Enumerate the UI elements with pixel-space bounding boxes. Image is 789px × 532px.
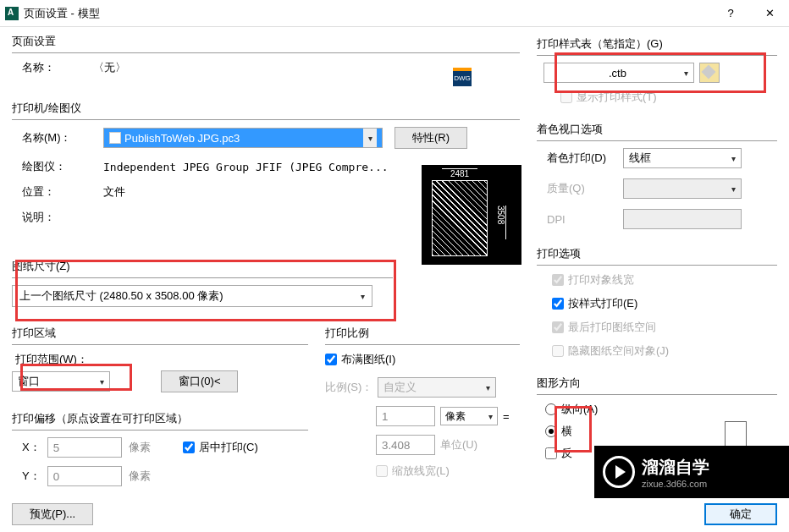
shade-print-value: 线框 xyxy=(629,151,651,166)
opt-style-input[interactable] xyxy=(552,298,564,310)
scale-label: 比例(S)： xyxy=(325,380,372,395)
window-pick-button[interactable]: 窗口(0)< xyxy=(161,370,238,392)
chevron-down-icon: ▾ xyxy=(363,129,377,147)
chevron-down-icon: ▾ xyxy=(684,69,688,78)
footer: 预览(P)... 确定 xyxy=(12,503,777,525)
location-label: 位置： xyxy=(22,184,103,200)
divider xyxy=(12,52,520,53)
center-print-check-input[interactable] xyxy=(183,442,195,453)
preview-hatch xyxy=(432,180,488,256)
titlebar-buttons: ? ✕ xyxy=(711,0,789,27)
landscape-label: 横 xyxy=(561,424,572,439)
offset-title: 打印偏移（原点设置在可打印区域） xyxy=(12,411,308,426)
page-setup-name-row: 名称： 〈无〉 xyxy=(12,60,520,75)
content: 页面设置 名称： 〈无〉 DWG 打印机/绘图仪 名称(M)： PublishT… xyxy=(0,27,789,492)
scale-num-input xyxy=(376,406,435,426)
opt-lineweight-label: 打印对象线宽 xyxy=(568,272,634,288)
opt-style-checkbox[interactable]: 按样式打印(E) xyxy=(537,296,777,311)
dpi-input xyxy=(623,209,742,229)
ctb-combo[interactable]: .ctb ▾ xyxy=(543,63,694,83)
scale-denom-row: 单位(U) xyxy=(325,435,520,455)
divider xyxy=(537,394,777,395)
properties-button[interactable]: 特性(R) xyxy=(394,127,467,149)
paper-size-value: 上一个图纸尺寸 (2480.50 x 3508.00 像素) xyxy=(19,288,223,304)
plotter-label: 绘图仪： xyxy=(22,159,103,174)
print-options-title: 打印选项 xyxy=(537,246,777,261)
location-value: 文件 xyxy=(103,184,125,200)
fit-paper-checkbox[interactable]: 布满图纸(I) xyxy=(325,352,520,367)
ctb-row: .ctb ▾ xyxy=(543,63,777,83)
preview-button[interactable]: 预览(P)... xyxy=(12,503,93,525)
orientation-title: 图形方向 xyxy=(537,376,777,391)
left-column: 页面设置 名称： 〈无〉 DWG 打印机/绘图仪 名称(M)： PublishT… xyxy=(12,34,520,492)
opt-lineweight-input xyxy=(552,274,564,286)
printer-name-combo[interactable]: PublishToWeb JPG.pc3 ▾ xyxy=(103,128,383,148)
opt-last-checkbox: 最后打印图纸空间 xyxy=(537,320,777,335)
fit-paper-label: 布满图纸(I) xyxy=(341,352,395,367)
mid-columns: 打印区域 打印范围(W)： 窗口 ▾ 窗口(0)< 打印偏移（原点设置在可打印区… xyxy=(12,326,520,486)
play-icon xyxy=(603,456,635,488)
radio-icon xyxy=(545,403,557,415)
divider xyxy=(537,140,777,141)
px-unit-combo[interactable]: 像素 ▾ xyxy=(440,407,498,425)
opt-hide-input xyxy=(552,345,564,357)
right-column: 打印样式表（笔指定）(G) .ctb ▾ 显示打印样式(T) 着色视口选项 着色… xyxy=(537,34,777,492)
scale-lineweight-checkbox: 缩放线宽(L) xyxy=(325,463,520,479)
quality-label: 质量(Q) xyxy=(547,181,616,196)
offset-y-label: Y： xyxy=(22,469,41,484)
divider xyxy=(12,344,308,345)
center-print-checkbox[interactable]: 居中打印(C) xyxy=(183,440,258,455)
divider xyxy=(12,430,308,431)
portrait-label: 纵向(A) xyxy=(561,402,598,417)
offset-x-label: X： xyxy=(22,440,41,455)
print-area-col: 打印区域 打印范围(W)： 窗口 ▾ 窗口(0)< 打印偏移（原点设置在可打印区… xyxy=(12,326,308,486)
ctb-value: .ctb xyxy=(609,67,626,80)
dpi-label: DPI xyxy=(547,213,616,226)
printer-name-value: PublishToWeb JPG.pc3 xyxy=(124,132,240,145)
dwg-icon: DWG xyxy=(453,68,472,86)
unit-label: 单位(U) xyxy=(440,437,477,452)
close-button[interactable]: ✕ xyxy=(750,0,789,27)
help-button[interactable]: ? xyxy=(711,0,750,27)
display-styles-checkbox: 显示打印样式(T) xyxy=(560,90,777,105)
style-table-title: 打印样式表（笔指定）(G) xyxy=(537,36,777,52)
reverse-label: 反 xyxy=(561,446,572,461)
chevron-down-icon: ▾ xyxy=(731,154,736,163)
printer-title: 打印机/绘图仪 xyxy=(12,101,520,116)
page-setup-title: 页面设置 xyxy=(12,34,520,49)
scale-lineweight-label: 缩放线宽(L) xyxy=(392,463,450,479)
center-print-label: 居中打印(C) xyxy=(199,440,258,455)
opt-last-input xyxy=(552,321,564,333)
orientation-icon xyxy=(725,421,747,448)
scale-combo: 自定义 ▾ xyxy=(378,377,496,398)
opt-style-label: 按样式打印(E) xyxy=(568,296,637,311)
scale-lineweight-input xyxy=(376,465,388,477)
print-range-combo[interactable]: 窗口 ▾ xyxy=(12,371,110,392)
offset-x-unit: 像素 xyxy=(129,440,151,455)
printer-name-label: 名称(M)： xyxy=(22,130,103,145)
portrait-radio[interactable]: 纵向(A) xyxy=(537,402,777,417)
watermark-text: 溜溜自学 zixue.3d66.com xyxy=(642,456,709,489)
shade-print-label: 着色打印(D) xyxy=(547,151,616,166)
print-scale-col: 打印比例 布满图纸(I) 比例(S)： 自定义 ▾ 像素 xyxy=(325,326,520,486)
scale-value: 自定义 xyxy=(383,380,417,395)
preview-height: 3508 xyxy=(496,206,506,239)
divider xyxy=(12,277,393,278)
offset-y-input xyxy=(47,466,122,486)
scale-num-row: 像素 ▾ = xyxy=(325,406,520,426)
reverse-input[interactable] xyxy=(545,447,557,459)
divider xyxy=(537,265,777,266)
shade-title: 着色视口选项 xyxy=(537,122,777,137)
paper-size-combo[interactable]: 上一个图纸尺寸 (2480.50 x 3508.00 像素) ▾ xyxy=(12,285,372,307)
ok-button[interactable]: 确定 xyxy=(704,503,777,525)
page-setup-name-value: 〈无〉 xyxy=(93,60,126,75)
opt-hide-label: 隐藏图纸空间对象(J) xyxy=(568,343,669,359)
watermark: 溜溜自学 zixue.3d66.com xyxy=(594,446,789,498)
edit-style-button[interactable] xyxy=(699,63,720,83)
chevron-down-icon: ▾ xyxy=(100,377,104,387)
window-title: 页面设置 - 模型 xyxy=(24,6,100,21)
app-icon xyxy=(5,7,19,20)
shade-print-combo[interactable]: 线框 ▾ xyxy=(623,148,742,168)
watermark-url: zixue.3d66.com xyxy=(642,479,709,489)
fit-paper-check-input[interactable] xyxy=(325,354,337,365)
